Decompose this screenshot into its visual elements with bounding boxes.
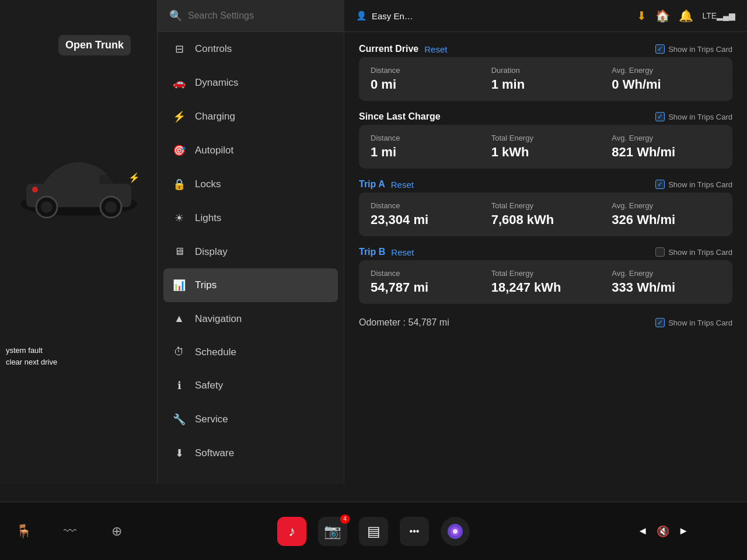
trip-b-avg-energy: Avg. Energy 333 Wh/mi bbox=[612, 269, 721, 295]
user-icon: 👤 bbox=[356, 10, 367, 21]
trip-a-reset-button[interactable]: Reset bbox=[391, 180, 414, 190]
trip-b-distance-value: 54,787 mi bbox=[371, 280, 480, 295]
current-drive-trips-checkbox[interactable]: ✓ bbox=[655, 44, 665, 54]
since-last-charge-distance-value: 1 mi bbox=[371, 145, 480, 160]
taskbar-right-controls: ◄ 🔇 ► bbox=[637, 525, 689, 538]
username-label: Easy En… bbox=[372, 11, 413, 21]
sidebar-item-autopilot[interactable]: 🎯 Autopilot bbox=[158, 134, 344, 167]
svg-rect-6 bbox=[99, 175, 117, 184]
open-trunk-button[interactable]: Open Trunk bbox=[58, 35, 131, 55]
taskbar-heat-icon[interactable]: 〰 bbox=[55, 517, 85, 546]
software-label: Software bbox=[195, 447, 234, 459]
since-last-charge-stats-row: Distance 1 mi Total Energy 1 kWh Avg. En… bbox=[371, 134, 721, 160]
search-icon: 🔍 bbox=[169, 9, 182, 22]
current-drive-header: Current Drive Reset ✓ Show in Trips Card bbox=[359, 44, 732, 54]
car-panel: Open Trunk ⚡ ystem fault clear next driv… bbox=[0, 0, 158, 484]
since-last-charge-avg-energy: Avg. Energy 821 Wh/mi bbox=[612, 134, 721, 160]
current-drive-distance: Distance 0 mi bbox=[371, 66, 480, 92]
camera-badge: 4 bbox=[340, 514, 350, 524]
taskbar-dots-button[interactable]: ••• bbox=[400, 517, 429, 546]
sidebar-item-locks[interactable]: 🔒 Locks bbox=[158, 167, 344, 201]
sidebar-item-safety[interactable]: ℹ Safety bbox=[158, 369, 344, 402]
header-bar: 👤 Easy En… ⬇ 🏠 🔔 LTE▂▄▆ bbox=[344, 0, 747, 32]
trip-b-avg-energy-value: 333 Wh/mi bbox=[612, 280, 721, 295]
sidebar-nav: ⊟ Controls 🚗 Dynamics ⚡ Charging 🎯 Autop… bbox=[158, 32, 344, 484]
odometer-trips-checkbox[interactable]: ✓ bbox=[655, 318, 665, 327]
trip-a-distance-label: Distance bbox=[371, 201, 480, 210]
current-drive-duration: Duration 1 min bbox=[491, 66, 601, 92]
sidebar-item-service[interactable]: 🔧 Service bbox=[158, 402, 344, 436]
sidebar-item-trips[interactable]: 📊 Trips bbox=[163, 268, 338, 302]
sidebar-item-schedule[interactable]: ⏱ Schedule bbox=[158, 335, 344, 369]
home-icon: 🏠 bbox=[655, 9, 670, 23]
current-drive-show-trips: ✓ Show in Trips Card bbox=[655, 44, 732, 54]
trip-b-distance-label: Distance bbox=[371, 269, 480, 278]
sidebar-item-controls[interactable]: ⊟ Controls bbox=[158, 32, 344, 66]
navigation-label: Navigation bbox=[195, 313, 242, 325]
since-last-charge-card: Distance 1 mi Total Energy 1 kWh Avg. En… bbox=[359, 125, 732, 169]
system-fault-text: ystem fault clear next drive bbox=[6, 345, 57, 368]
current-drive-distance-value: 0 mi bbox=[371, 77, 480, 92]
taskbar-fan-icon[interactable]: ⊕ bbox=[102, 517, 131, 546]
sidebar-item-display[interactable]: 🖥 Display bbox=[158, 235, 344, 268]
trip-b-title-group: Trip B Reset bbox=[359, 247, 414, 257]
trip-a-total-energy: Total Energy 7,608 kWh bbox=[491, 201, 601, 228]
trip-a-show-trips: ✓ Show in Trips Card bbox=[655, 180, 732, 189]
trip-b-total-energy-label: Total Energy bbox=[491, 269, 601, 278]
current-drive-reset-button[interactable]: Reset bbox=[424, 44, 447, 54]
taskbar-seat-icon[interactable]: 🪑 bbox=[9, 517, 38, 546]
trip-a-trips-checkbox[interactable]: ✓ bbox=[655, 180, 665, 189]
sidebar-item-dynamics[interactable]: 🚗 Dynamics bbox=[158, 66, 344, 100]
controls-icon: ⊟ bbox=[172, 43, 186, 55]
trip-b-header: Trip B Reset Show in Trips Card bbox=[359, 247, 732, 257]
next-arrow[interactable]: ► bbox=[678, 525, 689, 537]
navigation-icon: ▲ bbox=[172, 313, 186, 325]
trip-b-total-energy: Total Energy 18,247 kWh bbox=[491, 269, 601, 295]
since-last-charge-show-trips: ✓ Show in Trips Card bbox=[655, 112, 732, 121]
trip-a-total-energy-value: 7,608 kWh bbox=[491, 212, 601, 228]
taskbar-music-button[interactable]: ♪ bbox=[277, 517, 306, 546]
locks-label: Locks bbox=[195, 178, 221, 190]
current-drive-title: Current Drive bbox=[359, 44, 418, 54]
current-drive-show-trips-label: Show in Trips Card bbox=[668, 45, 732, 54]
trip-a-avg-energy: Avg. Energy 326 Wh/mi bbox=[612, 201, 721, 228]
since-last-charge-show-trips-label: Show in Trips Card bbox=[668, 113, 732, 121]
dynamics-label: Dynamics bbox=[195, 77, 239, 89]
sidebar-item-charging[interactable]: ⚡ Charging bbox=[158, 100, 344, 134]
taskbar-siri-button[interactable] bbox=[441, 517, 470, 546]
car-silhouette: ⚡ bbox=[15, 152, 143, 222]
schedule-icon: ⏱ bbox=[172, 346, 186, 358]
sidebar-item-software[interactable]: ⬇ Software bbox=[158, 436, 344, 470]
since-last-charge-distance: Distance 1 mi bbox=[371, 134, 480, 160]
trip-b-reset-button[interactable]: Reset bbox=[391, 247, 414, 257]
trip-a-title-group: Trip A Reset bbox=[359, 179, 414, 190]
volume-mute-icon[interactable]: 🔇 bbox=[657, 525, 669, 538]
since-last-charge-trips-checkbox[interactable]: ✓ bbox=[655, 112, 665, 121]
svg-point-8 bbox=[32, 187, 38, 192]
prev-arrow[interactable]: ◄ bbox=[637, 525, 648, 537]
since-last-charge-total-energy-value: 1 kWh bbox=[491, 145, 601, 160]
current-drive-avg-energy-label: Avg. Energy bbox=[612, 66, 721, 75]
sidebar-item-lights[interactable]: ☀ Lights bbox=[158, 201, 344, 235]
trip-b-stats-row: Distance 54,787 mi Total Energy 18,247 k… bbox=[371, 269, 721, 295]
taskbar-left-icons: 🪑 〰 ⊕ bbox=[0, 517, 131, 546]
trip-a-distance: Distance 23,304 mi bbox=[371, 201, 480, 228]
trip-a-distance-value: 23,304 mi bbox=[371, 212, 480, 228]
trip-b-distance: Distance 54,787 mi bbox=[371, 269, 480, 295]
trip-b-trips-checkbox[interactable] bbox=[655, 247, 665, 257]
taskbar-cards-button[interactable]: ▤ bbox=[359, 517, 388, 546]
search-input[interactable] bbox=[188, 10, 333, 21]
trip-a-total-energy-label: Total Energy bbox=[491, 201, 601, 210]
since-last-charge-avg-energy-value: 821 Wh/mi bbox=[612, 145, 721, 160]
taskbar-camera-button[interactable]: 📷 4 bbox=[318, 517, 347, 546]
autopilot-icon: 🎯 bbox=[172, 144, 186, 157]
bell-icon: 🔔 bbox=[679, 9, 693, 23]
software-icon: ⬇ bbox=[172, 447, 186, 460]
trip-a-card: Distance 23,304 mi Total Energy 7,608 kW… bbox=[359, 192, 732, 236]
signal-icon: LTE▂▄▆ bbox=[702, 11, 735, 20]
current-drive-avg-energy-value: 0 Wh/mi bbox=[612, 77, 721, 92]
sidebar-item-navigation[interactable]: ▲ Navigation bbox=[158, 302, 344, 335]
trip-b-avg-energy-label: Avg. Energy bbox=[612, 269, 721, 278]
safety-icon: ℹ bbox=[172, 379, 186, 392]
svg-point-11 bbox=[453, 529, 458, 534]
